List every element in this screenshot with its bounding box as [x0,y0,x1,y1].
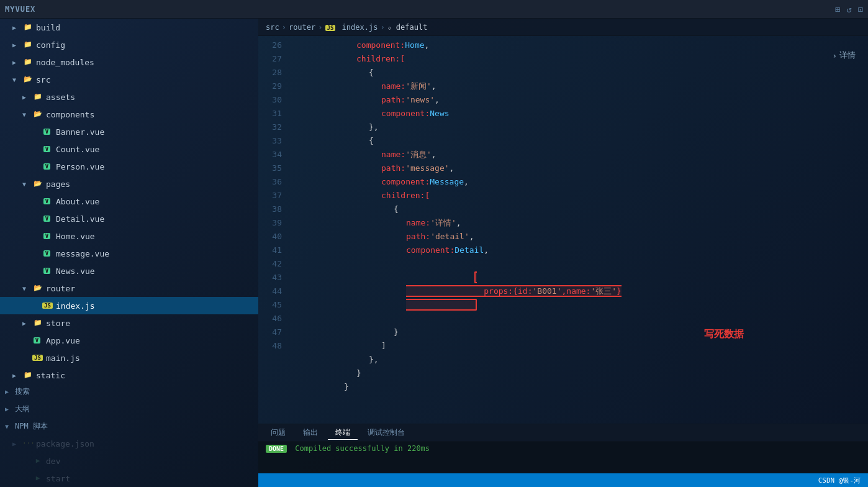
sidebar-item-label: store [46,319,70,328]
vue-icon: V [42,214,53,223]
code-token: , [464,175,469,189]
code-token: , [435,93,440,107]
code-token: , [432,80,436,93]
sidebar-item-banner-vue[interactable]: V Banner.vue [0,123,258,140]
sidebar-item-label: config [36,40,65,50]
code-token: children:[ [356,52,405,66]
folder-open-icon: 📂 [32,180,43,188]
detail-label-top: › 详情 [832,50,856,61]
code-token: }, [369,121,379,134]
arrow-icon [12,59,22,66]
collapse-icon[interactable]: ⊡ [858,4,863,14]
code-line-30: path:'news', [294,93,868,107]
sidebar-item-router[interactable]: 📂 router [0,280,258,297]
line-num-38: 38 [258,203,282,216]
code-token: name: [406,216,430,230]
tab-output[interactable]: 输出 [296,426,325,440]
breadcrumb-router: router [289,23,315,32]
js-icon: JS [42,301,53,310]
code-token: name: [381,80,405,93]
tab-problems[interactable]: 问题 [263,426,293,440]
code-line-38: { [294,203,868,216]
sidebar-item-start[interactable]: ▶ start [0,470,258,487]
detail-text: 详情 [839,50,856,61]
sidebar-item-node-modules[interactable]: 📁 node_modules [0,53,258,71]
vue-icon: V [42,249,53,258]
sidebar-item-label: About.vue [56,197,99,206]
terminal-panel: 问题 输出 终端 调试控制台 DONE Compiled successfull… [258,424,868,473]
code-line-34: name:'消息', [294,148,868,162]
line-num-29: 29 [258,80,282,93]
section-outline[interactable]: 大纲 [0,400,258,417]
line-num-27: 27 [258,52,282,66]
breadcrumb-default: ⬦ default [387,23,428,32]
tab-terminal[interactable]: 终端 [328,426,358,440]
vue-icon: V [42,127,53,136]
vue-icon: V [42,197,53,206]
sidebar-item-pages[interactable]: 📂 pages [0,175,258,193]
line-num-36: 36 [258,175,282,189]
code-token: News [430,107,449,121]
sidebar-item-main-js[interactable]: JS main.js [0,349,258,366]
sidebar-item-build[interactable]: 📁 build [0,19,258,36]
arrow-icon [22,320,32,327]
sidebar-item-detail-vue[interactable]: V Detail.vue [0,210,258,227]
sidebar-item-store[interactable]: 📁 store [0,314,258,332]
arrow-icon [12,76,22,83]
sidebar-item-app-vue[interactable]: V App.vue [0,332,258,349]
code-token: '消息' [405,148,432,162]
section-search[interactable]: 搜索 [0,383,258,400]
sidebar-item-label: message.vue [56,249,109,258]
sidebar-item-config[interactable]: 📁 config [0,36,258,53]
terminal-status: Compiled successfully in 220ms [295,444,430,453]
code-line-44: ] [294,339,868,353]
done-badge: DONE [266,445,287,453]
section-label: 搜索 [15,386,30,397]
code-line-47: } [294,380,868,394]
sidebar-item-count-vue[interactable]: V Count.vue [0,140,258,158]
code-token: } [356,366,361,380]
sidebar-item-assets[interactable]: 📁 assets [0,88,258,106]
sidebar-item-index-js[interactable]: JS index.js [0,297,258,314]
sidebar-item-components[interactable]: 📂 components [0,106,258,123]
tab-debug[interactable]: 调试控制台 [360,426,412,440]
line-numbers: 26 27 28 29 30 31 32 33 34 35 36 37 38 3… [258,39,289,421]
code-line-43: } [294,325,868,339]
code-token: Detail [454,244,484,257]
sidebar-item-label: Detail.vue [56,214,104,224]
code-token: '新闻' [405,80,432,93]
sidebar-item-person-vue[interactable]: V Person.vue [0,158,258,175]
sidebar-item-news-vue[interactable]: V News.vue [0,262,258,280]
code-token: { [394,203,399,216]
section-npm[interactable]: NPM 脚本 [0,417,258,435]
code-line-26: component:Home, [294,39,868,52]
code-content[interactable]: component:Home, children:[ { name:'新闻', [289,39,868,421]
code-line-46: } [294,366,868,380]
sidebar-item-about-vue[interactable]: V About.vue [0,193,258,210]
refresh-icon[interactable]: ↺ [846,4,851,14]
sidebar-item-label: Person.vue [56,162,104,171]
code-editor[interactable]: 26 27 28 29 30 31 32 33 34 35 36 37 38 3… [258,36,868,424]
code-line-39: name:'详情', [294,216,868,230]
folder-icon: 📁 [22,58,34,66]
code-token: , [450,162,454,175]
breadcrumb: src › router › JS index.js › ⬦ default ›… [258,19,868,36]
code-token: { [369,66,374,80]
sidebar-item-message-vue[interactable]: V message.vue [0,245,258,262]
sidebar-item-src[interactable]: 📂 src [0,71,258,88]
file-tree: 📁 build 📁 config 📁 node_modules 📂 src [0,19,258,383]
code-token: children:[ [381,189,430,203]
split-editor-icon[interactable]: ⊞ [835,4,840,14]
line-num-44: 44 [258,284,282,298]
sidebar-item-dev[interactable]: ▶ dev [0,452,258,470]
line-num-34: 34 [258,148,282,162]
code-token: ] [381,339,386,353]
line-num-33: 33 [258,134,282,148]
sidebar-item-label: Count.vue [56,145,99,154]
sidebar: 📁 build 📁 config 📁 node_modules 📂 src [0,19,258,487]
sidebar-item-package-json[interactable]: ··· package.json [0,435,258,452]
sidebar-item-home-vue[interactable]: V Home.vue [0,227,258,245]
sidebar-item-static[interactable]: 📁 static [0,366,258,383]
sidebar-item-label: dev [46,457,60,466]
line-num-43: 43 [258,271,282,284]
